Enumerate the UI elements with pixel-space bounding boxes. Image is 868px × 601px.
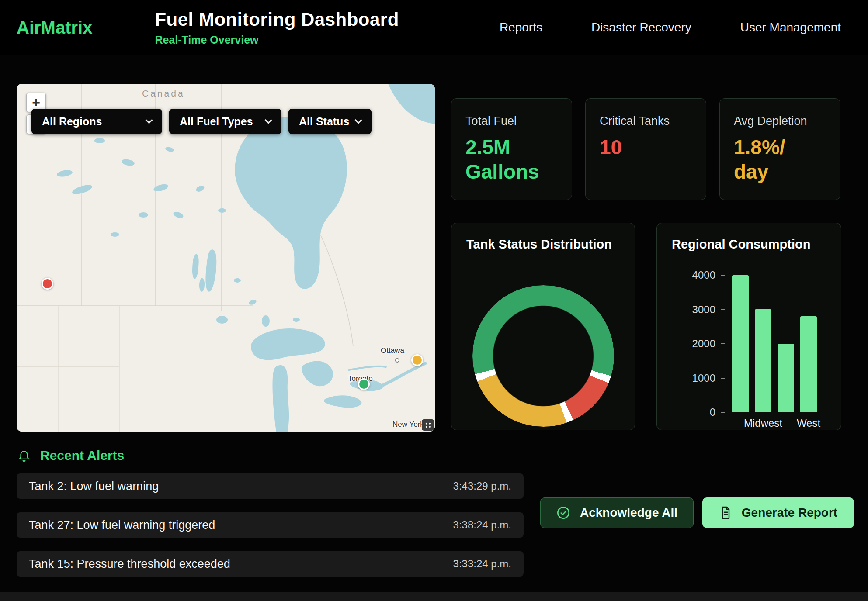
acknowledge-all-button[interactable]: Acknowledge All — [540, 497, 694, 528]
alert-text: Tank 15: Pressure threshold exceeded — [29, 557, 230, 571]
bar — [800, 316, 817, 412]
fuel-types-filter-dropdown[interactable]: All Fuel Types — [169, 109, 281, 134]
stat-label: Avg Depletion — [734, 114, 826, 128]
bar-chart: 01000200030004000MidwestWest — [657, 223, 841, 430]
check-circle-icon — [556, 506, 570, 520]
y-axis-tick — [721, 275, 725, 276]
avg-depletion-card: Avg Depletion 1.8%/ day — [719, 98, 840, 200]
recent-alerts-heading: Recent Alerts — [17, 448, 124, 463]
avg-depletion-value: 1.8%/ day — [734, 135, 826, 184]
map-marker-warning[interactable] — [411, 354, 423, 366]
fuel-types-filter-value: All Fuel Types — [180, 115, 253, 128]
alert-row[interactable]: Tank 15: Pressure threshold exceeded 3:3… — [17, 551, 524, 577]
donut-chart — [472, 285, 614, 427]
tank-status-distribution-card: Tank Status Distribution — [451, 223, 635, 430]
map-label-new-york: New York — [392, 420, 424, 429]
y-axis-tick — [721, 412, 725, 413]
ottawa-town-dot — [395, 358, 399, 363]
grid-dots-icon — [425, 422, 431, 428]
chevron-down-icon — [355, 117, 362, 124]
regions-filter-value: All Regions — [42, 115, 102, 128]
title-block: Fuel Monitoring Dashboard Real-Time Over… — [155, 9, 399, 46]
alert-text: Tank 2: Low fuel warning — [29, 480, 159, 493]
alert-row[interactable]: Tank 27: Low fuel warning triggered 3:38… — [17, 512, 524, 538]
nav-disaster-recovery[interactable]: Disaster Recovery — [591, 21, 691, 35]
alert-text: Tank 27: Low fuel warning triggered — [29, 518, 215, 532]
y-axis-tick — [721, 309, 725, 310]
nav-reports[interactable]: Reports — [500, 21, 542, 35]
page-title: Fuel Monitoring Dashboard — [155, 9, 399, 30]
alert-row[interactable]: Tank 2: Low fuel warning 3:43:29 p.m. — [17, 473, 524, 499]
x-axis-label: West — [797, 417, 820, 429]
alert-time: 3:43:29 p.m. — [453, 480, 511, 492]
y-axis-tick — [721, 378, 725, 379]
document-icon — [719, 506, 732, 520]
alert-time: 3:33:24 p.m. — [453, 558, 511, 570]
footer-bar — [0, 592, 868, 601]
acknowledge-all-label: Acknowledge All — [580, 506, 677, 520]
recent-alerts-title: Recent Alerts — [40, 448, 124, 463]
bar — [732, 275, 749, 412]
regional-consumption-card: Regional Consumption 01000200030004000Mi… — [656, 223, 841, 430]
alert-list: Tank 2: Low fuel warning 3:43:29 p.m. Ta… — [17, 473, 524, 590]
bar — [755, 309, 771, 412]
nav-user-management[interactable]: User Management — [740, 21, 841, 35]
generate-report-label: Generate Report — [742, 506, 837, 520]
regions-filter-dropdown[interactable]: All Regions — [31, 109, 162, 134]
page-subtitle: Real-Time Overview — [155, 34, 399, 46]
y-axis-label: 0 — [676, 406, 715, 418]
total-fuel-card: Total Fuel 2.5M Gallons — [451, 98, 572, 200]
map-attribution-toggle[interactable] — [422, 419, 434, 431]
generate-report-button[interactable]: Generate Report — [702, 497, 854, 528]
alert-time: 3:38:24 p.m. — [453, 519, 511, 531]
bell-icon — [17, 449, 31, 463]
brand-logo: AirMatrix — [17, 18, 92, 38]
stat-label: Critical Tanks — [600, 114, 692, 128]
bar — [778, 344, 794, 412]
map-canvas[interactable]: Canada Ottawa Toronto New York + − All R… — [17, 84, 435, 432]
y-axis-label: 1000 — [676, 372, 715, 384]
map-label-ottawa: Ottawa — [381, 346, 404, 355]
critical-tanks-card: Critical Tanks 10 — [585, 98, 706, 200]
x-axis-label: Midwest — [744, 417, 782, 429]
y-axis-label: 4000 — [676, 269, 715, 281]
chevron-down-icon — [265, 117, 272, 124]
y-axis-label: 3000 — [676, 304, 715, 316]
status-filter-value: All Status — [299, 115, 349, 128]
app-header: AirMatrix Fuel Monitoring Dashboard Real… — [0, 0, 868, 55]
stat-label: Total Fuel — [465, 114, 558, 128]
status-filter-dropdown[interactable]: All Status — [288, 109, 372, 134]
y-axis-tick — [721, 343, 725, 344]
y-axis-label: 2000 — [676, 338, 715, 350]
total-fuel-value: 2.5M Gallons — [465, 135, 558, 184]
chevron-down-icon — [146, 117, 153, 124]
main-nav: Reports Disaster Recovery User Managemen… — [500, 21, 841, 35]
critical-tanks-value: 10 — [600, 135, 692, 159]
map-filter-row: All Regions All Fuel Types All Status — [31, 109, 372, 134]
chart-title: Tank Status Distribution — [466, 237, 612, 252]
map-marker-critical[interactable] — [42, 278, 53, 290]
map-label-canada: Canada — [142, 88, 185, 99]
map-marker-normal[interactable] — [358, 378, 370, 390]
